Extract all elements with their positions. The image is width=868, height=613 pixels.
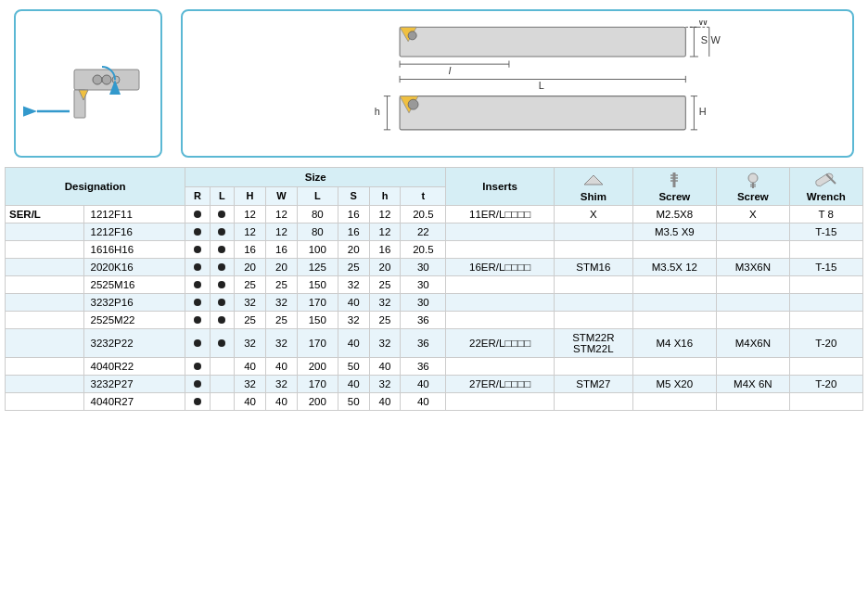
data-cell (789, 358, 862, 376)
table-section: Designation Size Inserts Shim (0, 167, 868, 420)
shim-header: Shim (555, 168, 633, 206)
data-cell (185, 376, 210, 393)
table-row: 1616H161616100201620.5 (6, 241, 863, 259)
data-cell (185, 206, 210, 223)
data-cell (632, 276, 717, 294)
data-cell: 22ER/L□□□□ (446, 329, 555, 358)
data-cell: 40 (401, 376, 446, 393)
wrench-header: Wrench (789, 168, 862, 206)
data-cell (632, 241, 717, 259)
data-cell (632, 358, 717, 376)
designation-cell: 3232P22 (84, 329, 185, 358)
data-cell: 40 (401, 393, 446, 411)
data-cell (446, 276, 555, 294)
data-cell: 32 (235, 376, 266, 393)
table-row: 2020K16202012525203016ER/L□□□□STM16M3.5X… (6, 259, 863, 276)
col-r: R (185, 186, 210, 206)
data-cell: 16 (266, 241, 298, 259)
screw1-header: Screw (632, 168, 717, 206)
data-cell (555, 294, 633, 312)
data-cell: M5 X20 (632, 376, 717, 393)
data-cell: 12 (235, 223, 266, 241)
designation-cell (6, 312, 84, 329)
data-cell (446, 223, 555, 241)
data-cell: 40 (338, 294, 369, 312)
schematic-box: S W W l L h (181, 9, 854, 158)
data-cell: 40 (235, 393, 266, 411)
data-cell (789, 276, 862, 294)
data-cell: 40 (369, 393, 401, 411)
data-cell: T-20 (789, 329, 862, 358)
top-section: S W W l L h (0, 0, 868, 167)
data-cell: STM16 (555, 259, 633, 276)
data-cell (210, 223, 234, 241)
data-cell: 12 (235, 206, 266, 223)
data-cell (446, 358, 555, 376)
data-cell (210, 358, 234, 376)
data-cell: 11ER/L□□□□ (446, 206, 555, 223)
data-cell: 16 (369, 241, 401, 259)
data-cell (185, 241, 210, 259)
svg-text:l: l (449, 65, 452, 76)
data-cell: 36 (401, 358, 446, 376)
designation-cell: 4040R27 (84, 393, 185, 411)
data-cell: 40 (338, 376, 369, 393)
data-cell (717, 358, 790, 376)
data-cell: 200 (297, 358, 338, 376)
data-cell: 32 (369, 294, 401, 312)
svg-text:S: S (701, 34, 708, 45)
svg-rect-8 (400, 27, 685, 57)
data-cell: 100 (297, 241, 338, 259)
designation-cell: 1212F16 (84, 223, 185, 241)
data-cell (632, 393, 717, 411)
data-cell: 30 (401, 294, 446, 312)
data-cell: 32 (235, 294, 266, 312)
data-cell: M3.5 X9 (632, 223, 717, 241)
data-cell: 40 (266, 393, 298, 411)
svg-point-5 (102, 75, 111, 84)
col-t: t (401, 186, 446, 206)
data-cell (632, 312, 717, 329)
screw2-label: Screw (737, 191, 769, 202)
designation-cell: SER/L (6, 206, 84, 223)
svg-point-10 (408, 32, 416, 40)
designation-cell (6, 358, 84, 376)
designation-cell (6, 223, 84, 241)
data-cell: 40 (369, 358, 401, 376)
svg-text:h: h (375, 106, 380, 117)
data-cell (210, 241, 234, 259)
data-cell: 32 (266, 329, 298, 358)
table-row: 3232P22323217040323622ER/L□□□□STM22RSTM2… (6, 329, 863, 358)
data-cell (717, 241, 790, 259)
designation-cell: 4040R22 (84, 358, 185, 376)
table-row: 4040R224040200504036 (6, 358, 863, 376)
data-cell (446, 294, 555, 312)
data-cell: 80 (297, 206, 338, 223)
data-cell (185, 259, 210, 276)
designation-cell: 2525M16 (84, 276, 185, 294)
data-cell: 80 (297, 223, 338, 241)
data-cell: 20.5 (401, 206, 446, 223)
designation-cell: 2020K16 (84, 259, 185, 276)
data-cell (555, 276, 633, 294)
screw1-icon (665, 171, 683, 189)
data-cell: M3.5X 12 (632, 259, 717, 276)
table-row: 2525M222525150322536 (6, 312, 863, 329)
data-cell: 16 (235, 241, 266, 259)
data-cell: M3X6N (717, 259, 790, 276)
data-cell: 20 (369, 259, 401, 276)
data-cell (446, 312, 555, 329)
data-cell: 40 (338, 329, 369, 358)
shim-icon (580, 171, 607, 189)
data-cell: X (555, 206, 633, 223)
svg-point-43 (748, 173, 758, 183)
svg-point-4 (93, 75, 102, 84)
data-cell: 16 (338, 206, 369, 223)
designation-cell (6, 376, 84, 393)
wrench-label: Wrench (807, 191, 846, 202)
data-cell: 50 (338, 393, 369, 411)
data-cell: 12 (266, 223, 298, 241)
size-header: Size (185, 168, 446, 187)
col-big-l: L (297, 186, 338, 206)
data-cell: 16 (338, 223, 369, 241)
